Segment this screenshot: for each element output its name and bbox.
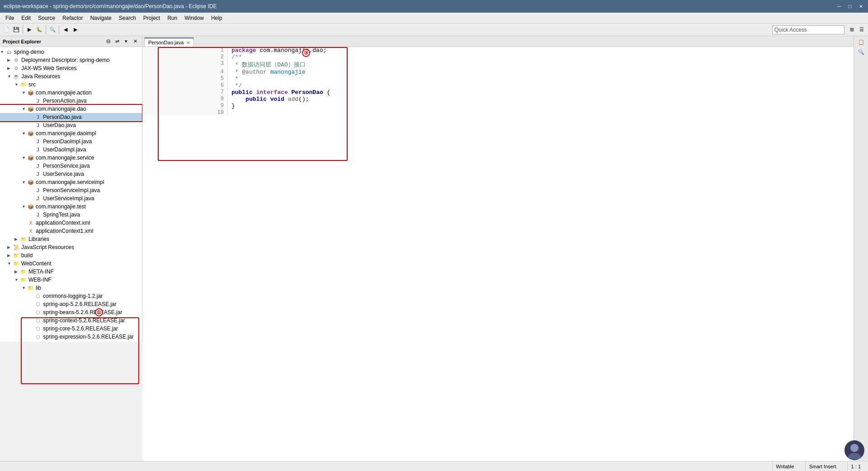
tree-item-icon-appContext1: X [27, 227, 34, 235]
tree-item-build[interactable]: ▶📁build [0, 251, 142, 259]
line-number: 2 [142, 54, 228, 61]
toolbar: 📄 💾 ▶ 🐛 🔍 ◀ ▶ Quick Access ⊞ ☰ [0, 24, 868, 36]
toolbar-forward[interactable]: ▶ [71, 25, 80, 34]
tree-item-java-resources[interactable]: ▼☕Java Resources [0, 72, 142, 80]
tree-item-icon-PersonDao: J [34, 113, 42, 121]
toolbar-search[interactable]: 🔍 [48, 25, 57, 34]
tab-close-button[interactable]: ✕ [186, 40, 190, 45]
tree-item-WEB-INF[interactable]: ▼📁WEB-INF [0, 276, 142, 284]
tree-item-WebContent[interactable]: ▼📁WebContent [0, 259, 142, 268]
maximize-button[interactable]: □ [846, 3, 854, 10]
toolbar-save[interactable]: 💾 [12, 25, 21, 34]
tree-item-icon-WEB-INF: 📁 [20, 276, 27, 283]
tree-item-spring-context[interactable]: ⬡spring-context-5.2.6.RELEASE.jar [0, 316, 142, 325]
tree-item-spring-demo[interactable]: ▼🗂spring-demo [0, 48, 142, 56]
tree-item-Libraries[interactable]: ▶📁Libraries [0, 235, 142, 243]
code-line-3: 3 * 数据访问层（DAO）接口 [142, 61, 854, 69]
project-explorer-panel: Project Explorer ⊟ ⇌ ▾ ✕ ▼🗂spring-demo▶⚙… [0, 36, 142, 342]
panel-menu-button[interactable]: ▾ [122, 38, 130, 46]
tree-item-UserDaoImpl[interactable]: JUserDaoImpl.java [0, 146, 142, 154]
menu-item-search[interactable]: Search [115, 14, 140, 22]
tree-arrow: ▼ [7, 74, 13, 79]
menu-item-window[interactable]: Window [181, 14, 208, 22]
toolbar-debug[interactable]: 🐛 [35, 25, 44, 34]
panel-close-button[interactable]: ✕ [131, 38, 139, 46]
tree-item-label-SpringTest: SpringTest.java [43, 212, 80, 218]
link-with-editor-button[interactable]: ⇌ [113, 38, 121, 46]
tree-item-appContext[interactable]: XapplicationContext.xml [0, 219, 142, 227]
menu-item-help[interactable]: Help [208, 14, 226, 22]
tree-item-commons-logging[interactable]: ⬡commons-logging-1.2.jar [0, 292, 142, 300]
tree-item-pkg-serviceimpl[interactable]: ▼📦com.manongajie.serviceimpl [0, 178, 142, 186]
tree-item-PersonServiceImpl[interactable]: JPersonServiceImpl.java [0, 186, 142, 194]
tree-item-icon-spring-core: ⬡ [34, 325, 42, 332]
tree-item-deploy-desc[interactable]: ▶⚙Deployment Descriptor: spring-demo [0, 56, 142, 64]
quick-access-input[interactable]: Quick Access [772, 25, 844, 34]
menu-item-refactor[interactable]: Refactor [59, 14, 86, 22]
tree-item-PersonDao[interactable]: JPersonDao.java [0, 113, 142, 121]
toolbar-perspectives[interactable]: ⊞ [847, 25, 856, 34]
line-code: } [228, 103, 854, 109]
tree-item-spring-core[interactable]: ⬡spring-core-5.2.6.RELEASE.jar [0, 325, 142, 333]
toolbar-run[interactable]: ▶ [25, 25, 34, 34]
code-content: 1package com.manongajie.dao;2/**3 * 数据访问… [142, 47, 854, 116]
toolbar-sep-3 [59, 25, 59, 34]
menu-item-project[interactable]: Project [140, 14, 164, 22]
code-line-10: 10 [142, 109, 854, 116]
tree-item-appContext1[interactable]: XapplicationContext1.xml [0, 227, 142, 235]
tree-item-UserService[interactable]: JUserService.java [0, 170, 142, 178]
menu-item-edit[interactable]: Edit [18, 14, 34, 22]
tree-arrow: ▼ [22, 90, 27, 95]
line-number: 5 [142, 75, 228, 82]
tree-item-spring-aop[interactable]: ⬡spring-aop-5.2.6.RELEASE.jar [0, 300, 142, 308]
tree-item-label-appContext1: applicationContext1.xml [36, 228, 93, 234]
titlebar-title: eclipse-workspace - spring-demo/src/com/… [4, 3, 217, 9]
tree-item-spring-beans[interactable]: ⬡spring-beans-5.2.6.RELEASE.jar [0, 308, 142, 316]
toolbar-view-menu[interactable]: ☰ [857, 25, 866, 34]
tree-item-pkg-daoimpl[interactable]: ▼📦com.manongajie.daoimpl [0, 129, 142, 137]
tree-item-PersonDaoImpl[interactable]: JPersonDaoImpl.java [0, 137, 142, 146]
tree-item-src[interactable]: ▼📁src [0, 80, 142, 89]
tree-item-UserDao[interactable]: JUserDao.java [0, 121, 142, 129]
right-panel-btn-2[interactable]: 🔍 [857, 48, 865, 56]
tree-item-lib[interactable]: ▼📁lib [0, 284, 142, 292]
tree-item-icon-PersonService: J [34, 162, 42, 170]
tree-item-label-PersonDao: PersonDao.java [43, 114, 81, 120]
editor-tab-persondao[interactable]: PersonDao.java ✕ [144, 38, 194, 47]
tree-arrow: ▼ [14, 278, 20, 282]
tree-item-label-spring-aop: spring-aop-5.2.6.RELEASE.jar [43, 301, 117, 307]
tree-item-jax-ws[interactable]: ▶⚙JAX-WS Web Services [0, 64, 142, 72]
tree-item-META-INF[interactable]: ▶📁META-INF [0, 268, 142, 276]
tree-item-PersonAction[interactable]: JPersonAction.java [0, 97, 142, 105]
tree-item-icon-src: 📁 [20, 81, 27, 88]
tree-item-label-WEB-INF: WEB-INF [28, 277, 52, 283]
tree-arrow: ▼ [7, 261, 13, 266]
right-panel-btn-1[interactable]: 📋 [857, 38, 865, 46]
tree-arrow: ▶ [7, 253, 13, 258]
tree-item-SpringTest[interactable]: JSpringTest.java [0, 211, 142, 219]
collapse-all-button[interactable]: ⊟ [104, 38, 112, 46]
close-button[interactable]: ✕ [857, 3, 864, 10]
tree-item-icon-appContext: X [27, 219, 34, 226]
tree-item-pkg-action[interactable]: ▼📦com.manongajie.action [0, 89, 142, 97]
tree-item-pkg-service[interactable]: ▼📦com.manongajie.service [0, 154, 142, 162]
tree-item-pkg-test[interactable]: ▼📦com.manongajie.test [0, 203, 142, 211]
menu-item-navigate[interactable]: Navigate [86, 14, 115, 22]
menu-item-source[interactable]: Source [34, 14, 59, 22]
tree-item-label-WebContent: WebContent [21, 260, 52, 267]
tree-item-PersonService[interactable]: JPersonService.java [0, 162, 142, 170]
toolbar-back[interactable]: ◀ [61, 25, 70, 34]
code-editor[interactable]: 1package com.manongajie.dao;2/**3 * 数据访问… [142, 47, 854, 461]
tree-item-label-Libraries: Libraries [28, 236, 49, 242]
tree-item-js-resources[interactable]: ▶📜JavaScript Resources [0, 243, 142, 251]
tree-item-label-UserService: UserService.java [43, 171, 84, 177]
menu-item-run[interactable]: Run [164, 14, 181, 22]
tree-item-label-UserServiceImpl: UserServiceImpl.java [43, 195, 94, 202]
tree-item-pkg-dao[interactable]: ▼📦com.manongajie.dao [0, 105, 142, 113]
minimize-button[interactable]: ─ [835, 3, 843, 10]
tree-item-UserServiceImpl[interactable]: JUserServiceImpl.java [0, 194, 142, 203]
toolbar-new[interactable]: 📄 [2, 25, 11, 34]
menu-item-file[interactable]: File [2, 14, 18, 22]
tree-item-icon-pkg-test: 📦 [27, 203, 34, 210]
tree-item-spring-expression[interactable]: ⬡spring-expression-5.2.6.RELEASE.jar [0, 333, 142, 341]
